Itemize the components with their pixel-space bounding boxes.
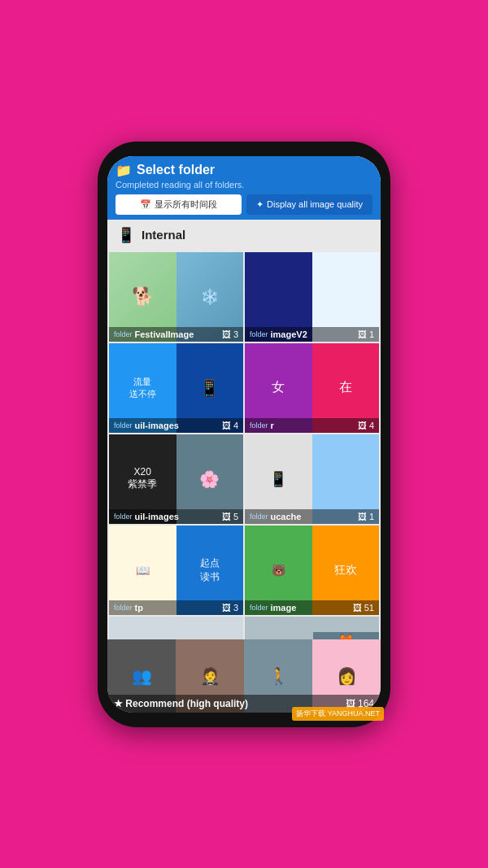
folder-item-uil1[interactable]: 流量送不停 📱 folder uil-images 🖼 4 — [109, 343, 243, 433]
quality-filter-button[interactable]: ✦ Display all image quality — [246, 194, 373, 215]
folder-item-r[interactable]: 女 在 征 folder r 🖼 4 — [245, 343, 379, 433]
folder-item-festivalimage[interactable]: 🐕 ❄️ folder FestivalImage 🖼 3 — [109, 252, 243, 342]
folder-info-festivalimage: folder FestivalImage 🖼 3 — [109, 327, 243, 342]
folder-info-image: folder image 🖼 51 — [245, 600, 379, 615]
folder-info-ucache: folder ucache 🖼 1 — [245, 509, 379, 524]
folder-item-tp[interactable]: 📖 起点读书 📋 folder tp 🖼 3 — [109, 526, 243, 615]
extra-thumb-2: 🦊 — [245, 617, 379, 639]
image-icon-8: 🖼 — [353, 603, 362, 613]
extra-row: 🦊 — [109, 617, 379, 639]
recommend-strip[interactable]: 👥 🤵 🚶 👩 ★ Recommend (high quality) 🖼 164 — [107, 639, 381, 713]
header-title-row: 📁 Select folder — [115, 163, 373, 178]
quality-filter-label: Display all image quality — [267, 199, 363, 209]
folder-item-uil2[interactable]: X20紫禁季 🌸 folder uil-images 🖼 5 — [109, 434, 243, 524]
watermark-text: 扬华下载 YANGHUA.NET — [296, 709, 380, 718]
folder-info-uil1: folder uil-images 🖼 4 — [109, 418, 243, 433]
image-icon-5: 🖼 — [222, 512, 231, 521]
image-icon-6: 🖼 — [358, 512, 367, 521]
star-icon: ✦ — [256, 199, 264, 210]
header-subtitle: Completed reading all of folders. — [115, 180, 373, 190]
time-filter-label: 显示所有时间段 — [155, 198, 217, 211]
header: 📁 Select folder Completed reading all of… — [107, 156, 381, 220]
internal-text: Internal — [142, 228, 185, 242]
image-icon: 🖼 — [222, 329, 231, 339]
extra-thumb-1 — [109, 617, 243, 639]
folder-grid-area[interactable]: 🐕 ❄️ folder FestivalImage 🖼 3 — [107, 251, 381, 639]
image-icon-2: 🖼 — [358, 329, 367, 339]
phone-screen: 📁 Select folder Completed reading all of… — [107, 156, 381, 713]
time-filter-button[interactable]: 📅 显示所有时间段 — [115, 194, 242, 215]
internal-section-label: 📱 Internal — [107, 220, 381, 251]
folder-info-uil2: folder uil-images 🖼 5 — [109, 509, 243, 524]
watermark: 扬华下载 YANGHUA.NET — [292, 707, 384, 721]
recommend-label: ★ Recommend (high quality) — [114, 698, 248, 709]
folder-item-imagev2[interactable]: folder imageV2 🖼 1 — [245, 252, 379, 342]
folder-item-image[interactable]: 🐻 狂欢 MC 🏯 folder image 🖼 51 — [245, 526, 379, 615]
header-buttons: 📅 显示所有时间段 ✦ Display all image quality — [115, 194, 373, 215]
calendar-icon: 📅 — [140, 199, 151, 210]
folder-info-tp: folder tp 🖼 3 — [109, 600, 243, 615]
image-icon-4: 🖼 — [358, 421, 367, 430]
phone-device: 📁 Select folder Completed reading all of… — [98, 142, 390, 727]
folder-grid: 🐕 ❄️ folder FestivalImage 🖼 3 — [109, 252, 379, 615]
image-icon-7: 🖼 — [222, 603, 231, 613]
folder-info-r: folder r 🖼 4 — [245, 418, 379, 433]
header-title: Select folder — [137, 163, 215, 177]
image-icon-3: 🖼 — [222, 421, 231, 430]
folder-item-ucache[interactable]: 📱 folder ucache 🖼 1 — [245, 434, 379, 524]
phone-icon: 📱 — [117, 226, 135, 244]
folder-info-imagev2: folder imageV2 🖼 1 — [245, 327, 379, 342]
